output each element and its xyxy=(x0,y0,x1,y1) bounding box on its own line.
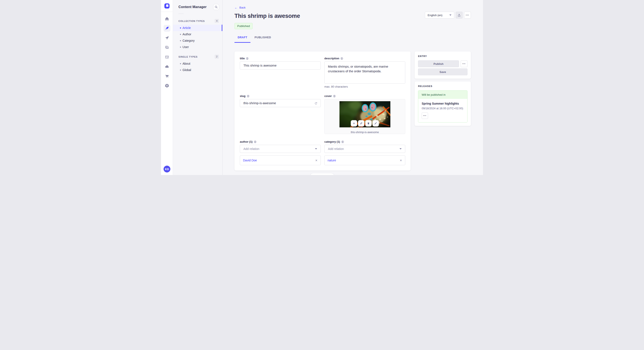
author-relation-select[interactable]: Add relation xyxy=(240,145,321,153)
rail-nav xyxy=(164,15,170,89)
refresh-icon xyxy=(314,102,318,105)
sidebar-item-about[interactable]: About xyxy=(173,60,222,67)
avatar[interactable]: KD xyxy=(164,166,170,173)
i18n-globe-icon xyxy=(254,141,256,143)
description-hint: max. 80 characters xyxy=(324,85,405,88)
sidebar-item-global[interactable]: Global xyxy=(173,67,222,73)
copy-link-button[interactable] xyxy=(358,120,364,127)
tab-published[interactable]: PUBLISHED xyxy=(251,36,274,43)
feather-icon[interactable] xyxy=(164,25,170,32)
category-relation-placeholder: Add relation xyxy=(328,147,344,151)
cart-icon[interactable] xyxy=(164,73,170,80)
i18n-globe-icon xyxy=(246,57,248,60)
save-button[interactable]: Save xyxy=(418,68,468,75)
strapi-logo-icon[interactable] xyxy=(164,3,170,8)
regenerate-slug-button[interactable] xyxy=(313,101,318,106)
releases-panel: RELEASES Will be published in Spring Sum… xyxy=(415,81,471,126)
category-label: category (1) xyxy=(324,140,340,143)
locale-select[interactable]: English (en) xyxy=(425,12,454,18)
slug-input[interactable]: this-shrimp-is-awesome xyxy=(240,99,321,107)
cover-media-box: this-shrimp-is-awesome xyxy=(324,99,405,134)
author-relation-item: David Doe ✕ xyxy=(240,156,321,165)
send-icon[interactable] xyxy=(164,34,170,41)
version-tabs: DRAFT PUBLISHED xyxy=(234,36,471,43)
sidebar-item-author[interactable]: Author xyxy=(173,31,222,37)
release-name: Spring Summer highlights xyxy=(422,102,464,105)
plus-icon xyxy=(352,122,356,125)
sidebar-item-label: Author xyxy=(182,32,191,36)
entry-heading: ENTRY xyxy=(418,55,468,57)
rail-divider xyxy=(161,12,173,12)
cover-toolbar xyxy=(351,120,379,127)
author-relation-link[interactable]: David Doe xyxy=(243,159,257,162)
ellipsis-icon: ••• xyxy=(466,14,469,16)
category-relation-select[interactable]: Add relation xyxy=(324,145,405,153)
i18n-globe-icon xyxy=(340,57,343,60)
side-column: ENTRY Publish ••• Save RELEASES Will be … xyxy=(415,51,471,126)
bullet-icon xyxy=(180,27,181,28)
sidebar-item-label: Category xyxy=(182,39,195,42)
field-category: category (1) Add relation nature xyxy=(324,140,405,165)
home-icon[interactable] xyxy=(164,15,170,22)
publish-button[interactable]: Publish xyxy=(418,60,459,67)
tab-draft[interactable]: DRAFT xyxy=(234,36,250,43)
back-link[interactable]: ← Back xyxy=(234,6,246,9)
add-media-button[interactable] xyxy=(351,120,357,127)
cover-filename: this-shrimp-is-awesome xyxy=(351,131,379,134)
slug-label: slug xyxy=(240,94,246,98)
sidebar-item-label: Article xyxy=(182,26,191,29)
cloud-icon[interactable] xyxy=(164,63,170,70)
strapi-admin-app: KD Content Manager COLLECTION TYPES 4 Ar… xyxy=(161,0,483,175)
bullet-icon xyxy=(180,40,181,41)
pencil-icon xyxy=(374,122,377,125)
single-types-count: 2 xyxy=(215,55,219,59)
download-button[interactable] xyxy=(456,12,462,18)
edit-media-button[interactable] xyxy=(372,120,379,127)
ellipsis-icon: ••• xyxy=(423,115,426,117)
entry-panel: ENTRY Publish ••• Save xyxy=(415,51,471,79)
category-relation-link[interactable]: nature xyxy=(328,159,336,162)
scrolled-card-peek[interactable] xyxy=(310,173,334,175)
description-textarea[interactable]: Mantis shrimps, or stomatopods, are mari… xyxy=(324,61,405,84)
chevron-down-icon xyxy=(449,14,452,16)
search-icon xyxy=(215,5,218,8)
more-actions-button[interactable]: ••• xyxy=(464,12,471,18)
category-relation-item: nature ✕ xyxy=(324,156,405,165)
bullet-icon xyxy=(180,47,181,48)
title-input-value: This shrimp is awesome xyxy=(244,64,277,67)
ellipsis-icon: ••• xyxy=(462,63,466,65)
collection-types-label: COLLECTION TYPES xyxy=(178,20,205,22)
subnav-title: Content Manager xyxy=(178,5,219,9)
sidebar-item-category[interactable]: Category xyxy=(173,37,222,44)
slug-input-value: this-shrimp-is-awesome xyxy=(244,101,276,105)
sidebar-item-user[interactable]: User xyxy=(173,44,222,50)
gear-icon[interactable] xyxy=(164,82,170,89)
i18n-globe-icon xyxy=(247,95,250,97)
title-input[interactable]: This shrimp is awesome xyxy=(240,61,321,70)
single-types-label: SINGLE TYPES xyxy=(178,55,198,58)
delete-media-button[interactable] xyxy=(365,120,372,127)
content-manager-subnav: Content Manager COLLECTION TYPES 4 Artic… xyxy=(173,0,222,175)
entry-more-button[interactable]: ••• xyxy=(461,60,468,67)
remove-category-relation-button[interactable]: ✕ xyxy=(400,159,402,162)
field-cover: cover xyxy=(324,94,405,134)
author-label: author (1) xyxy=(240,140,252,143)
images-icon[interactable] xyxy=(164,44,170,51)
i18n-globe-icon xyxy=(333,95,336,97)
layout-icon[interactable] xyxy=(164,54,170,60)
chevron-down-icon xyxy=(315,148,317,150)
chevron-down-icon xyxy=(400,148,402,150)
page-title: This shrimp is awesome xyxy=(234,13,300,19)
search-button[interactable] xyxy=(213,4,219,10)
title-label: title xyxy=(240,57,245,60)
collection-types-count: 4 xyxy=(215,19,219,23)
icon-rail: KD xyxy=(161,0,173,175)
release-status: Will be published in xyxy=(418,91,467,99)
field-description: description Mantis shrimps, or stomatopo… xyxy=(324,57,405,88)
field-slug: slug this-shrimp-is-awesome xyxy=(240,94,321,134)
sidebar-item-article[interactable]: Article xyxy=(173,25,222,31)
remove-author-relation-button[interactable]: ✕ xyxy=(315,159,318,162)
release-more-button[interactable]: ••• xyxy=(422,113,428,119)
collection-types-list: Article Author Category User xyxy=(173,25,222,50)
arrow-left-icon: ← xyxy=(234,6,238,9)
